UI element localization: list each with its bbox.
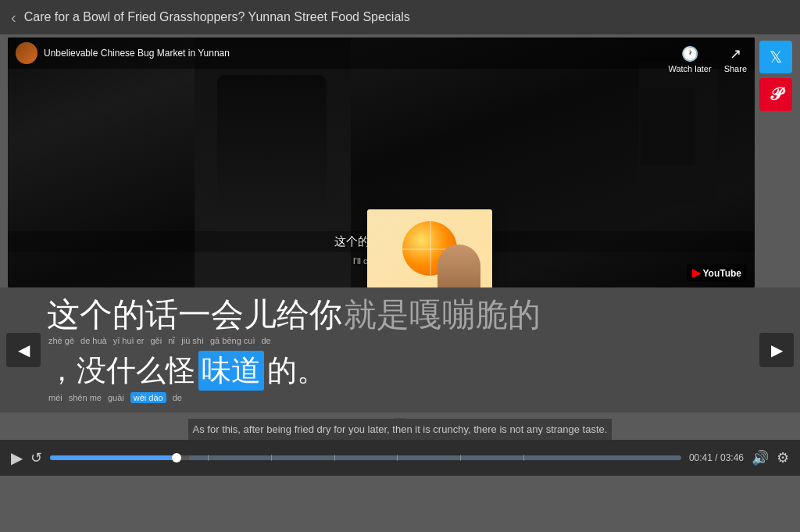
pinyin-row-2: méi shén me guài wèi dào ☞ de — [47, 392, 753, 403]
pinyin-zhe: zhè gè — [48, 336, 74, 346]
word-popup: wèi dào (noun) taste; flavor; smell — [367, 209, 492, 287]
video-top-bar: Unbelievable Chinese Bug Market in Yunna… — [8, 37, 755, 69]
replay-button[interactable]: ↺ — [30, 449, 42, 466]
time-total: 03:46 — [720, 452, 744, 463]
pinyin-de-end: de — [262, 336, 271, 346]
youtube-logo: ▶YouTube — [687, 264, 747, 281]
chinese-line1-visible: 这个的话一会儿给你 — [47, 295, 342, 334]
clock-icon: 🕐 — [681, 45, 698, 62]
chinese-line-2: ，没什么怪 味道 的。 — [47, 351, 753, 391]
time-display: 00:41 / 03:46 — [689, 452, 744, 463]
twitter-icon: 𝕏 — [770, 48, 782, 66]
chinese-line1-faded: 就是嘎嘣脆的 — [344, 295, 541, 334]
word-popup-image — [367, 209, 492, 287]
share-button[interactable]: ↗ Share — [724, 45, 747, 73]
time-separator: / — [715, 452, 720, 463]
pinyin-row-1: zhè gè de huà yī huì er gěi nǐ jiù shì g… — [47, 336, 753, 346]
video-channel-title: Unbelievable Chinese Bug Market in Yunna… — [44, 48, 230, 59]
pinyin-ni: nǐ — [168, 336, 175, 346]
share-icon: ↗ — [730, 45, 741, 62]
share-label: Share — [724, 64, 747, 73]
watch-later-label: Watch later — [668, 64, 711, 73]
twitter-button[interactable]: 𝕏 — [759, 41, 792, 73]
pinyin-de-2: de — [173, 393, 182, 402]
time-current: 00:41 — [689, 452, 712, 463]
chinese-highlighted-word[interactable]: 味道 — [198, 351, 264, 391]
video-actions: 🕐 Watch later ↗ Share — [668, 45, 747, 73]
pinyin-gei: gěi — [150, 336, 162, 346]
chinese-line2-prefix: ，没什么怪 — [47, 351, 195, 391]
channel-avatar — [16, 42, 38, 64]
progress-bar[interactable] — [50, 455, 681, 460]
pinyin-wei-dao-highlighted[interactable]: wèi dào ☞ — [130, 392, 166, 403]
main-content: Unbelievable Chinese Bug Market in Yunna… — [0, 34, 800, 532]
page-header: ‹ Care for a Bowl of Fried Grasshoppers?… — [0, 0, 800, 34]
pinterest-icon: 𝒫 — [770, 84, 782, 105]
pinterest-button[interactable]: 𝒫 — [759, 78, 792, 111]
pinyin-shen-me: shén me — [69, 393, 102, 402]
social-buttons: 𝕏 𝒫 — [759, 37, 792, 111]
page-title: Care for a Bowl of Fried Grasshoppers? Y… — [24, 10, 410, 24]
pinyin-ga-beng-cui: gā bēng cuì — [210, 336, 255, 346]
pinyin-guai: guài — [108, 393, 124, 402]
pinyin-jiu-shi: jiù shì — [181, 336, 204, 346]
volume-button[interactable]: 🔊 — [752, 449, 769, 466]
back-button[interactable]: ‹ — [11, 9, 16, 27]
pinyin-mei: méi — [48, 393, 62, 402]
video-row: Unbelievable Chinese Bug Market in Yunna… — [0, 37, 800, 287]
chinese-line-1: 这个的话一会儿给你 就是嘎嘣脆的 — [47, 295, 753, 334]
pinyin-de-hua: de huà — [80, 336, 107, 346]
settings-button[interactable]: ⚙ — [777, 449, 789, 466]
next-sentence-button[interactable]: ▶ — [759, 333, 794, 367]
cursor-pointer: ☞ — [394, 412, 406, 430]
prev-sentence-button[interactable]: ◀ — [6, 333, 41, 367]
chinese-line2-suffix: 的。 — [267, 351, 327, 391]
watch-later-button[interactable]: 🕐 Watch later — [668, 45, 711, 73]
video-player[interactable]: Unbelievable Chinese Bug Market in Yunna… — [8, 37, 755, 287]
player-controls: ▶ ↺ 00:41 / 03:46 🔊 ⚙ — [0, 440, 800, 476]
play-button[interactable]: ▶ — [11, 448, 23, 467]
subtitle-area: ◀ 这个的话一会儿给你 就是嘎嘣脆的 zhè gè de huà yī huì … — [0, 287, 800, 412]
pinyin-yi-hui-er: yī huì er — [113, 336, 145, 346]
